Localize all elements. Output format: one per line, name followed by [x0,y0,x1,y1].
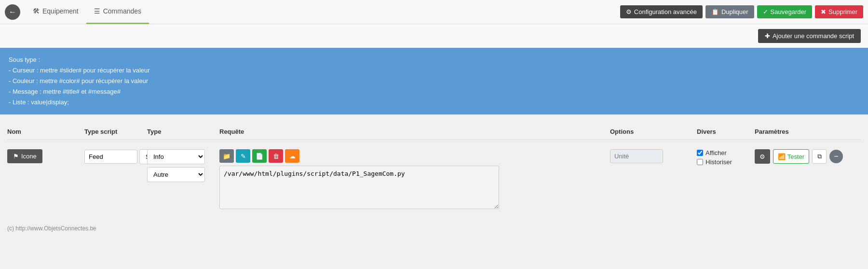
req-folder-button[interactable]: 📁 [219,149,234,163]
edit-icon: ✎ [241,153,246,160]
divers-afficher-item[interactable]: Afficher [697,149,755,156]
header-type-script: Type script [84,128,147,135]
tester-button[interactable]: 📶 Tester [773,149,809,164]
gear-icon: ⚙ [760,153,765,160]
info-line-5: - Liste : value|display; [9,97,859,108]
nom-cell: ⚑ Icone [7,149,84,163]
info-line-4: - Message : mettre #title# et #message# [9,86,859,97]
icone-button[interactable]: ⚑ Icone [7,149,42,163]
gear-icon: ⚙ [626,8,632,15]
historiser-checkbox[interactable] [697,159,703,165]
config-avancee-button[interactable]: ⚙ Configuration avancée [620,5,703,18]
table-header: Nom Type script Type Requête Options Div… [7,124,861,140]
tab-commandes[interactable]: ☰ Commandes [86,0,149,24]
info-line-3: - Couleur : mettre #color# pour récupére… [9,76,859,86]
top-right-buttons: ⚙ Configuration avancée 📋 Dupliquer ✓ Sa… [620,5,863,18]
divers-cell: Afficher Historiser [697,149,755,166]
type-autre-select[interactable]: Autre [147,167,205,182]
add-command-bar: ✚ Ajouter une commande script [0,24,868,48]
equipement-icon: 🛠 [33,7,40,15]
type-info-select[interactable]: Info [147,149,205,164]
tab-equipement[interactable]: 🛠 Equipement [25,0,86,24]
file-new-icon: 📄 [256,153,263,160]
parametres-cell: ⚙ 📶 Tester ⧉ − [755,149,861,164]
feed-input[interactable] [84,150,137,164]
top-nav: ← 🛠 Equipement ☰ Commandes ⚙ Configurati… [0,0,868,24]
info-panel: Sous type : - Curseur : mettre #slider# … [0,48,868,114]
dupliquer-button[interactable]: 📋 Dupliquer [705,5,754,18]
supprimer-button[interactable]: ✖ Supprimer [815,5,863,18]
req-new-button[interactable]: 📄 [252,149,267,163]
type-cell: Info Autre [147,149,219,182]
info-line-2: - Curseur : mettre #slider# pour récupér… [9,65,859,76]
param-gear-button[interactable]: ⚙ [755,149,770,164]
type-script-cell: Script [84,149,147,164]
req-delete-button[interactable]: 🗑 [269,149,283,163]
copy-icon: ⧉ [817,153,822,160]
header-divers: Divers [697,128,755,135]
header-options: Options [610,128,697,135]
minus-circle-icon: ✖ [821,8,826,15]
req-edit-button[interactable]: ✎ [236,149,250,163]
main-content: Nom Type script Type Requête Options Div… [0,114,868,221]
requete-cell: 📁 ✎ 📄 🗑 ☁ /var/www/html/plugins/s [219,149,610,209]
afficher-checkbox[interactable] [697,150,703,156]
unite-input[interactable] [610,149,663,163]
cloud-upload-icon: ☁ [289,153,296,160]
back-button[interactable]: ← [5,4,20,20]
header-type: Type [147,128,219,135]
param-copy-button[interactable]: ⧉ [812,149,827,164]
plus-icon: ✚ [765,32,770,40]
signal-icon: 📶 [778,153,786,160]
trash-icon: 🗑 [273,153,279,160]
requete-textarea[interactable]: /var/www/html/plugins/script/data/P1_Sag… [219,166,499,209]
copy-icon: 📋 [711,8,719,15]
check-icon: ✓ [763,8,768,15]
req-upload-button[interactable]: ☁ [285,149,299,163]
param-remove-button[interactable]: − [829,150,843,163]
footer: (c) http://www.ObjetsConnectes.be [0,221,868,236]
add-commande-script-button[interactable]: ✚ Ajouter une commande script [758,29,861,43]
footer-link[interactable]: (c) http://www.ObjetsConnectes.be [7,225,96,232]
sauvegarder-button[interactable]: ✓ Sauvegarder [757,5,812,18]
options-cell [610,149,697,163]
divers-historiser-item[interactable]: Historiser [697,158,755,166]
requete-toolbar: 📁 ✎ 📄 🗑 ☁ [219,149,610,163]
header-requete: Requête [219,128,610,135]
header-parametres: Paramètres [755,128,861,135]
header-nom: Nom [7,128,84,135]
table-row: ⚑ Icone Script Info Autre [7,144,861,214]
commandes-icon: ☰ [94,7,100,15]
minus-icon: − [834,152,838,161]
flag-icon: ⚑ [13,153,19,160]
folder-icon: 📁 [223,153,231,160]
info-line-1: Sous type : [9,55,859,65]
